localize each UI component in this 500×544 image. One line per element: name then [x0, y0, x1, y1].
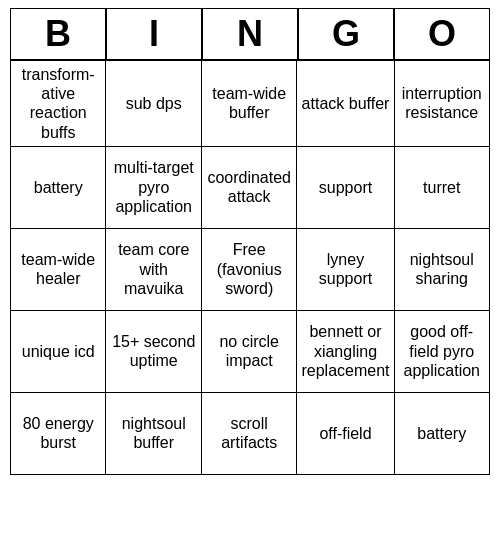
- bingo-cell-19: good off-field pyro application: [395, 311, 491, 393]
- cell-text-5: battery: [34, 178, 83, 197]
- cell-text-23: off-field: [319, 424, 371, 443]
- cell-text-20: 80 energy burst: [15, 414, 101, 452]
- bingo-cell-5: battery: [11, 147, 106, 229]
- cell-text-6: multi-target pyro application: [110, 158, 196, 216]
- bingo-cell-17: no circle impact: [202, 311, 297, 393]
- bingo-cell-21: nightsoul buffer: [106, 393, 201, 475]
- cell-text-17: no circle impact: [206, 332, 292, 370]
- cell-text-22: scroll artifacts: [206, 414, 292, 452]
- header-letter-B: B: [10, 8, 106, 60]
- cell-text-4: interruption resistance: [399, 84, 486, 122]
- cell-text-13: lyney support: [301, 250, 389, 288]
- bingo-cell-7: coordinated attack: [202, 147, 297, 229]
- bingo-cell-22: scroll artifacts: [202, 393, 297, 475]
- bingo-header: BINGO: [10, 8, 490, 60]
- bingo-card: BINGO transform-ative reaction buffssub …: [10, 8, 490, 475]
- header-letter-O: O: [394, 8, 490, 60]
- bingo-cell-10: team-wide healer: [11, 229, 106, 311]
- cell-text-9: turret: [423, 178, 460, 197]
- cell-text-19: good off-field pyro application: [399, 322, 486, 380]
- bingo-cell-13: lyney support: [297, 229, 394, 311]
- bingo-cell-24: battery: [395, 393, 491, 475]
- bingo-cell-20: 80 energy burst: [11, 393, 106, 475]
- cell-text-0: transform-ative reaction buffs: [15, 65, 101, 142]
- bingo-cell-11: team core with mavuika: [106, 229, 201, 311]
- bingo-cell-8: support: [297, 147, 394, 229]
- cell-text-21: nightsoul buffer: [110, 414, 196, 452]
- cell-text-14: nightsoul sharing: [399, 250, 486, 288]
- header-letter-N: N: [202, 8, 298, 60]
- bingo-cell-14: nightsoul sharing: [395, 229, 491, 311]
- bingo-cell-12: Free (favonius sword): [202, 229, 297, 311]
- bingo-cell-23: off-field: [297, 393, 394, 475]
- bingo-cell-2: team-wide buffer: [202, 61, 297, 147]
- bingo-grid: transform-ative reaction buffssub dpstea…: [10, 60, 490, 475]
- cell-text-10: team-wide healer: [15, 250, 101, 288]
- bingo-cell-6: multi-target pyro application: [106, 147, 201, 229]
- cell-text-1: sub dps: [126, 94, 182, 113]
- bingo-cell-16: 15+ second uptime: [106, 311, 201, 393]
- header-letter-G: G: [298, 8, 394, 60]
- bingo-cell-9: turret: [395, 147, 491, 229]
- bingo-cell-18: bennett or xiangling replacement: [297, 311, 394, 393]
- cell-text-16: 15+ second uptime: [110, 332, 196, 370]
- cell-text-3: attack buffer: [302, 94, 390, 113]
- cell-text-12: Free (favonius sword): [206, 240, 292, 298]
- cell-text-2: team-wide buffer: [206, 84, 292, 122]
- bingo-cell-4: interruption resistance: [395, 61, 491, 147]
- cell-text-11: team core with mavuika: [110, 240, 196, 298]
- bingo-cell-0: transform-ative reaction buffs: [11, 61, 106, 147]
- cell-text-18: bennett or xiangling replacement: [301, 322, 389, 380]
- bingo-cell-3: attack buffer: [297, 61, 394, 147]
- cell-text-7: coordinated attack: [206, 168, 292, 206]
- bingo-cell-1: sub dps: [106, 61, 201, 147]
- bingo-cell-15: unique icd: [11, 311, 106, 393]
- cell-text-8: support: [319, 178, 372, 197]
- cell-text-15: unique icd: [22, 342, 95, 361]
- cell-text-24: battery: [417, 424, 466, 443]
- header-letter-I: I: [106, 8, 202, 60]
